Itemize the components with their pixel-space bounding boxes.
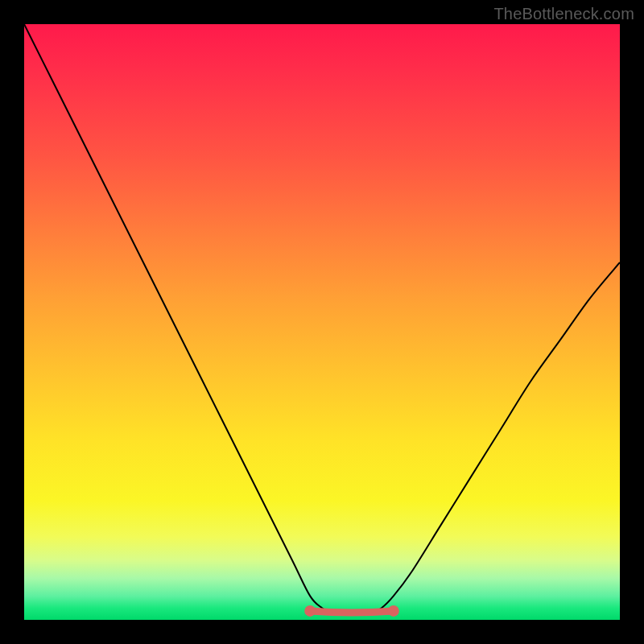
- flat-endpoint-right: [388, 605, 399, 617]
- chart-frame: TheBottleneck.com: [0, 0, 644, 644]
- curve-layer: [24, 24, 620, 620]
- flat-segment: [310, 611, 394, 613]
- curve-line: [24, 24, 620, 614]
- plot-area: [24, 24, 620, 620]
- bottleneck-curve: [24, 24, 620, 617]
- flat-endpoint-left: [304, 605, 316, 617]
- watermark-text: TheBottleneck.com: [493, 5, 634, 23]
